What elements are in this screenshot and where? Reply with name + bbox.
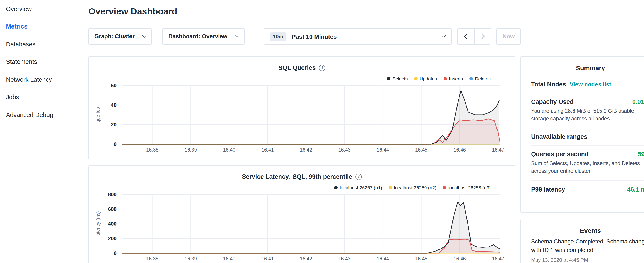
legend-item: localhost:26257 (n1) bbox=[334, 185, 382, 190]
legend-label: Inserts bbox=[449, 76, 463, 81]
summary-title: Summary bbox=[521, 57, 644, 72]
legend-item: localhost:26258 (n3) bbox=[443, 185, 491, 190]
svg-text:16:44: 16:44 bbox=[377, 147, 389, 153]
sidebar-nav: OverviewMetricsDatabasesStatementsNetwor… bbox=[0, 0, 82, 263]
svg-text:400: 400 bbox=[108, 221, 116, 227]
summary-description: Sum of Selects, Updates, Inserts, and De… bbox=[531, 160, 644, 175]
screen: OverviewMetricsDatabasesStatementsNetwor… bbox=[0, 0, 644, 263]
svg-text:20: 20 bbox=[111, 122, 116, 127]
legend-dot-icon bbox=[387, 77, 390, 80]
events-list: Schema Change Completed: Schema change w… bbox=[521, 234, 644, 263]
sidebar-item-metrics[interactable]: Metrics bbox=[0, 18, 82, 35]
event-timestamp: May 13, 2020 at 4:45 PM bbox=[531, 257, 644, 263]
svg-text:60: 60 bbox=[111, 83, 116, 88]
sidebar-item-databases[interactable]: Databases bbox=[0, 35, 82, 53]
svg-text:16:43: 16:43 bbox=[338, 256, 350, 261]
summary-row: Capacity Used0.01%You are using 28.6 MiB… bbox=[531, 93, 644, 128]
now-button[interactable]: Now bbox=[496, 28, 521, 45]
summary-label: Total Nodes bbox=[531, 81, 566, 88]
svg-text:0: 0 bbox=[114, 250, 116, 256]
summary-row: Unavailable ranges0 bbox=[531, 128, 644, 146]
sql-queries-chart[interactable]: 020406016:3816:3916:4016:4116:4216:4316:… bbox=[89, 82, 515, 157]
svg-text:16:46: 16:46 bbox=[454, 147, 466, 153]
summary-row: Total NodesView nodes list3 bbox=[531, 76, 644, 93]
svg-text:16:41: 16:41 bbox=[262, 256, 274, 261]
svg-text:16:45: 16:45 bbox=[415, 256, 428, 261]
legend-item: Selects bbox=[387, 76, 408, 81]
service-latency-chart[interactable]: 020040060080016:3816:3916:4016:4116:4216… bbox=[89, 191, 515, 263]
info-icon[interactable]: i bbox=[356, 173, 362, 180]
chevron-down-icon bbox=[235, 34, 239, 38]
chevron-down-icon bbox=[142, 34, 146, 38]
svg-text:0: 0 bbox=[114, 141, 116, 147]
view-nodes-list-link[interactable]: View nodes list bbox=[570, 81, 611, 88]
legend-item: Deletes bbox=[469, 76, 491, 81]
legend-dot-icon bbox=[443, 77, 447, 80]
time-range-badge: 10m bbox=[270, 32, 286, 41]
sidebar-item-network-latency[interactable]: Network Latency bbox=[0, 71, 82, 88]
legend-item: Inserts bbox=[443, 76, 463, 81]
sidebar-item-jobs[interactable]: Jobs bbox=[0, 88, 82, 106]
svg-text:600: 600 bbox=[108, 206, 116, 212]
svg-text:16:40: 16:40 bbox=[223, 147, 235, 153]
sidebar-item-statements[interactable]: Statements bbox=[0, 53, 82, 71]
chart-title: SQL Queries bbox=[278, 64, 316, 71]
svg-text:16:40: 16:40 bbox=[223, 256, 235, 261]
page-title: Overview Dashboard bbox=[88, 7, 177, 17]
sidebar-item-advanced-debug[interactable]: Advanced Debug bbox=[0, 106, 82, 124]
event-item: Schema Change Completed: Schema change w… bbox=[531, 237, 644, 263]
legend-dot-icon bbox=[443, 186, 446, 189]
svg-text:16:47: 16:47 bbox=[492, 256, 504, 261]
event-text: Schema Change Completed: Schema change w… bbox=[531, 237, 644, 255]
legend-dot-icon bbox=[414, 77, 417, 80]
time-range-label: Past 10 Minutes bbox=[292, 33, 437, 40]
chart-legend: SelectsUpdatesInsertsDeletes bbox=[387, 76, 491, 81]
dashboard-dropdown[interactable]: Dashboard: Overview bbox=[162, 28, 244, 45]
legend-label: localhost:26258 (n3) bbox=[448, 185, 491, 190]
summary-label: P99 latency bbox=[531, 186, 565, 193]
svg-text:16:41: 16:41 bbox=[262, 147, 274, 153]
svg-text:16:46: 16:46 bbox=[454, 256, 466, 261]
svg-text:latency (ms): latency (ms) bbox=[95, 211, 100, 237]
time-pager bbox=[457, 28, 491, 45]
legend-dot-icon bbox=[388, 186, 392, 189]
svg-text:16:38: 16:38 bbox=[146, 147, 158, 153]
chevron-down-icon bbox=[442, 34, 446, 38]
chart-legend: localhost:26257 (n1)localhost:26259 (n2)… bbox=[334, 185, 491, 190]
svg-text:queries: queries bbox=[95, 107, 100, 123]
sidebar-item-overview[interactable]: Overview bbox=[0, 0, 82, 18]
summary-label: Unavailable ranges bbox=[531, 133, 587, 140]
legend-label: Updates bbox=[420, 76, 437, 81]
app-window: OverviewMetricsDatabasesStatementsNetwor… bbox=[0, 0, 644, 263]
legend-label: localhost:26259 (n2) bbox=[394, 185, 436, 190]
svg-text:16:44: 16:44 bbox=[377, 256, 389, 261]
summary-row: P99 latency46.1 ms bbox=[531, 181, 644, 198]
info-icon[interactable]: i bbox=[319, 65, 326, 71]
summary-rows: Total NodesView nodes list3Capacity Used… bbox=[521, 72, 644, 198]
legend-dot-icon bbox=[469, 77, 473, 80]
svg-text:16:39: 16:39 bbox=[184, 256, 197, 261]
summary-value: 0.01% bbox=[632, 98, 644, 105]
summary-label: Capacity Used bbox=[531, 98, 574, 105]
svg-text:16:42: 16:42 bbox=[300, 256, 312, 261]
time-range-dropdown[interactable]: 10m Past 10 Minutes bbox=[264, 28, 452, 45]
service-latency-chart-card: Service Latency: SQL, 99th percentile i … bbox=[88, 165, 515, 263]
summary-value: 46.1 ms bbox=[627, 186, 644, 193]
summary-value: 59.7 bbox=[638, 151, 644, 158]
time-forward-button[interactable] bbox=[474, 29, 491, 44]
dashboard-dropdown-label: Dashboard: Overview bbox=[168, 33, 228, 40]
legend-item: Updates bbox=[414, 76, 437, 81]
time-back-button[interactable] bbox=[458, 29, 474, 44]
svg-text:16:43: 16:43 bbox=[338, 147, 350, 153]
summary-panel: Summary Total NodesView nodes list3Capac… bbox=[520, 56, 644, 213]
svg-text:40: 40 bbox=[111, 102, 116, 108]
chevron-right-icon bbox=[479, 34, 484, 39]
legend-dot-icon bbox=[334, 186, 338, 189]
events-panel: Events Schema Change Completed: Schema c… bbox=[520, 219, 644, 263]
summary-label: Queries per second bbox=[531, 151, 589, 158]
chevron-left-icon bbox=[464, 34, 469, 39]
graph-dropdown[interactable]: Graph: Cluster bbox=[88, 28, 152, 45]
svg-text:16:42: 16:42 bbox=[300, 147, 312, 153]
svg-text:16:38: 16:38 bbox=[146, 256, 158, 261]
svg-text:16:47: 16:47 bbox=[492, 147, 504, 153]
